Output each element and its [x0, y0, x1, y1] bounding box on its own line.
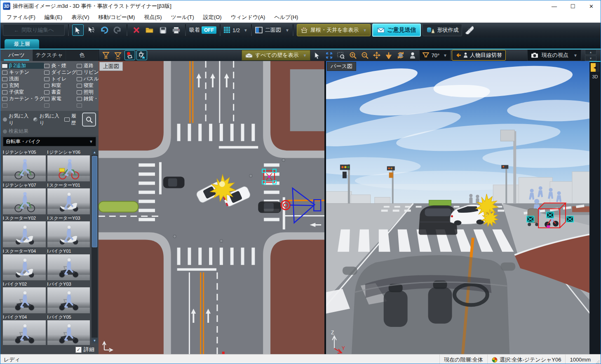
category-item[interactable]: 書斎 [44, 89, 76, 95]
zoom-out-button[interactable] [359, 50, 370, 60]
redo-button[interactable] [112, 24, 123, 36]
orbit-button[interactable] [395, 50, 406, 60]
part-item[interactable]: IバイクY01 [47, 248, 90, 280]
part-item[interactable]: IバイクY05 [47, 314, 90, 345]
undo-button[interactable] [99, 24, 110, 36]
menu-move-copy[interactable]: 移動/コピー(M) [94, 12, 140, 22]
pointer-button[interactable] [312, 50, 322, 60]
tab-parts[interactable]: パーツ [0, 49, 33, 61]
perspective-viewport[interactable]: パース図 [326, 61, 589, 354]
scroll-down-button[interactable]: ▼ [92, 338, 98, 343]
recent-favorites-button[interactable]: お気に入り [33, 113, 60, 127]
category-item[interactable]: トイレ [44, 76, 76, 82]
menu-viewpoint[interactable]: 視点(S) [139, 12, 166, 22]
zoom-region-button[interactable] [336, 50, 346, 60]
close-button[interactable]: ✕ [582, 0, 601, 12]
snap-toggle[interactable]: 吸着 OFF [189, 26, 216, 34]
category-item[interactable]: β 2追加 [2, 63, 44, 69]
save-button[interactable] [157, 24, 169, 36]
part-item[interactable]: IバイクY02 [3, 281, 46, 313]
viewpoint-up-button[interactable]: ▲ [585, 49, 596, 55]
category-item[interactable] [2, 102, 44, 108]
menu-file[interactable]: ファイル(F) [2, 12, 40, 22]
delete-button[interactable] [131, 24, 142, 36]
tab-texture[interactable]: テクスチャ [33, 49, 66, 61]
pan-button[interactable] [371, 50, 382, 60]
part-item[interactable]: IバイクY04 [3, 314, 46, 345]
scrollbar-thumb[interactable] [92, 156, 97, 247]
expand-panel-button[interactable]: ◀ [591, 63, 599, 72]
category-item[interactable]: キッチン [2, 69, 44, 75]
folder-icon [2, 90, 7, 94]
elevation-button[interactable] [383, 50, 394, 60]
open-file-button[interactable] [144, 24, 155, 36]
minimize-button[interactable]: — [545, 0, 563, 12]
back-to-floorplan-button[interactable]: ← 間取り編集へ [3, 24, 65, 36]
current-viewpoint-dropdown[interactable]: 現在の視点 ▼ [527, 49, 581, 61]
measure-tool-button[interactable] [464, 24, 475, 36]
select-tool-button[interactable] [72, 24, 84, 36]
lock-house-button[interactable] [136, 50, 147, 60]
grid-scale-dropdown[interactable]: 1/2 ▼ [224, 27, 248, 33]
orange-arrow-icon [455, 53, 461, 58]
part-item[interactable]: IバイクY03 [47, 281, 90, 313]
toolbar-separator [68, 24, 69, 36]
walls-display-dropdown[interactable]: すべての壁を表示 ▼ [242, 50, 310, 61]
resize-grip[interactable] [595, 355, 601, 364]
history-button[interactable]: 履歴 [64, 113, 79, 127]
category-item[interactable]: 子供室 [2, 89, 44, 95]
part-item[interactable]: IスクーターY01 [47, 182, 90, 214]
multi-select-tool-button[interactable] [85, 24, 97, 36]
fit-view-button[interactable] [324, 50, 334, 60]
camera-cone-button[interactable] [101, 50, 111, 60]
menu-settings[interactable]: 設定(O) [199, 12, 226, 22]
category-item[interactable]: 玄関 [2, 82, 44, 89]
fov-dropdown[interactable]: 70° ▼ [419, 50, 451, 61]
zoom-in-icon [350, 52, 357, 59]
plan-viewport[interactable]: 上面図 [99, 61, 324, 354]
folder-icon [2, 97, 7, 101]
part-item[interactable]: IスクーターY03 [47, 215, 90, 247]
person-eye-toggle-button[interactable]: 人物目線切替 [452, 50, 506, 61]
part-category-select[interactable]: 自転車・バイク ▼ [3, 137, 96, 146]
category-item[interactable]: 洗面 [2, 76, 44, 82]
part-item[interactable]: IジテンシャY06 [47, 149, 90, 181]
paint-marker-button[interactable] [124, 50, 135, 60]
part-item[interactable]: IジテンシャY07 [3, 182, 46, 214]
maximize-button[interactable]: ☐ [563, 0, 582, 12]
menu-tools[interactable]: ツール(T) [167, 12, 199, 22]
folder-icon [2, 70, 7, 75]
category-item[interactable]: 炎・煙 [44, 63, 76, 69]
scroll-up-button[interactable]: ▲ [92, 149, 98, 155]
roof-visibility-button[interactable]: 屋根・天井を非表示 ▼ [297, 24, 371, 36]
shape-create-button[interactable]: 形状作成 [423, 24, 462, 36]
person-view-button[interactable] [407, 50, 418, 60]
history-folder-icon [64, 117, 70, 122]
camera-cone-12-button[interactable]: 1▸2 [113, 50, 123, 60]
view-mode-dropdown[interactable]: 二面図 ▼ [255, 26, 289, 34]
favorites-button[interactable]: お気に入り [3, 113, 29, 127]
part-item[interactable]: IスクーターY04 [3, 248, 46, 280]
menu-help[interactable]: ヘルプ(H) [270, 12, 303, 22]
viewpoint-down-button[interactable]: ▼ [585, 56, 596, 61]
category-item[interactable]: ダイニング [44, 69, 76, 75]
print-button[interactable] [170, 24, 182, 36]
menu-view[interactable]: 表示(V) [67, 12, 94, 22]
part-item[interactable]: IジテンシャY05 [3, 149, 46, 181]
part-type-icon: I [3, 249, 4, 254]
detail-checkbox[interactable]: ✓ [75, 347, 82, 353]
menu-edit[interactable]: 編集(E) [40, 12, 67, 22]
tab-top-level[interactable]: 最上層 [5, 39, 39, 49]
category-item[interactable] [44, 102, 76, 108]
category-item[interactable]: 家電 [44, 96, 76, 102]
back-arrow-icon: ← [14, 27, 19, 33]
menu-window[interactable]: ウィンドウ(A) [226, 12, 270, 22]
category-item[interactable]: カーテン・ラグ [2, 96, 44, 102]
zoom-in-button[interactable] [347, 50, 358, 60]
part-item[interactable]: IスクーターY02 [3, 215, 46, 247]
parts-scrollbar[interactable]: ▲ ▼ [92, 149, 98, 343]
search-button[interactable] [82, 113, 96, 127]
category-item[interactable]: 和室 [44, 82, 76, 89]
tab-color[interactable]: 色 [66, 49, 99, 61]
feedback-button[interactable]: ご意見送信 [372, 23, 421, 37]
